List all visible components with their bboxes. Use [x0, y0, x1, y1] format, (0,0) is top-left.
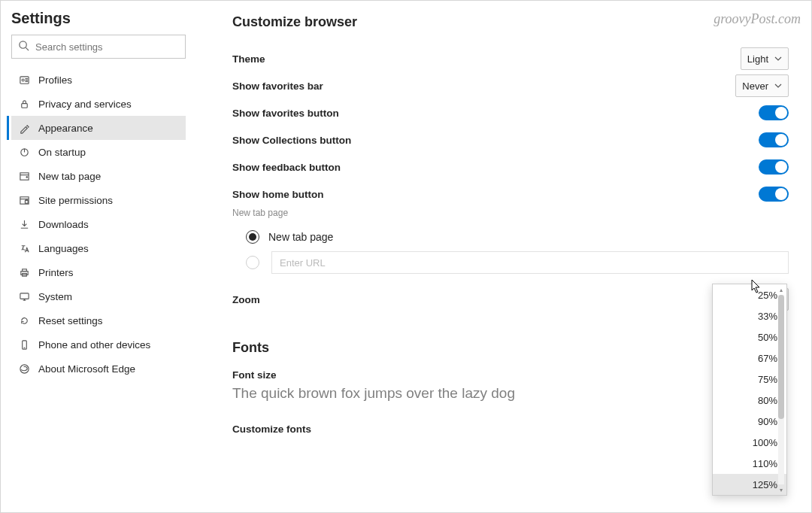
sidebar-item-about-microsoft-edge[interactable]: About Microsoft Edge — [11, 357, 186, 381]
scroll-up-arrow[interactable]: ▴ — [777, 286, 785, 293]
sidebar-item-label: Site permissions — [38, 195, 113, 206]
printer-icon — [17, 266, 31, 279]
svg-rect-15 — [22, 269, 26, 271]
permissions-icon — [17, 193, 31, 207]
sidebar-item-system[interactable]: System — [11, 284, 186, 308]
toggle-row-show-collections-button: Show Collections button — [232, 126, 789, 153]
sidebar-item-label: Downloads — [38, 219, 89, 230]
zoom-option[interactable]: 25% — [713, 284, 786, 305]
home-url-input[interactable]: Enter URL — [271, 251, 789, 274]
sidebar-item-label: Printers — [38, 267, 74, 278]
chevron-down-icon — [774, 55, 782, 62]
sidebar-item-reset-settings[interactable]: Reset settings — [11, 308, 186, 332]
zoom-option[interactable]: 50% — [713, 326, 786, 348]
scrollbar-thumb[interactable] — [778, 295, 784, 419]
toggle-row-show-favorites-button: Show favorites button — [232, 99, 789, 126]
radio-new-tab[interactable] — [246, 230, 259, 244]
sidebar: Settings ProfilesPrivacy and servicesApp… — [1, 1, 196, 512]
sidebar-item-label: Privacy and services — [38, 99, 132, 110]
customize-fonts-label: Customize fonts — [232, 423, 311, 435]
sidebar-item-label: Appearance — [38, 123, 93, 134]
customize-fonts-row[interactable]: Customize fonts — [232, 415, 789, 442]
sidebar-item-phone-and-other-devices[interactable]: Phone and other devices — [11, 332, 186, 357]
sidebar-item-label: Reset settings — [38, 315, 103, 326]
sidebar-item-label: About Microsoft Edge — [38, 363, 135, 375]
svg-rect-17 — [20, 293, 28, 299]
new-tab-icon — [17, 169, 31, 183]
theme-label: Theme — [232, 53, 265, 65]
sidebar-nav: ProfilesPrivacy and servicesAppearanceOn… — [11, 68, 186, 381]
zoom-option[interactable]: 125% — [713, 474, 786, 495]
system-icon — [17, 290, 31, 303]
theme-row: Theme Light — [232, 45, 789, 72]
home-button-sublabel: New tab page — [232, 208, 789, 218]
radio-url-row[interactable]: Enter URL — [246, 250, 789, 275]
favorites-bar-value: Never — [742, 80, 768, 92]
zoom-option[interactable]: 110% — [713, 453, 786, 474]
svg-point-3 — [22, 79, 24, 81]
favorites-bar-label: Show favorites bar — [232, 80, 323, 92]
home-button-toggle[interactable] — [759, 187, 789, 202]
fonts-title: Fonts — [232, 340, 789, 356]
zoom-option[interactable]: 75% — [713, 369, 786, 390]
settings-title: Settings — [11, 10, 186, 27]
sidebar-item-site-permissions[interactable]: Site permissions — [11, 188, 186, 212]
zoom-option[interactable]: 33% — [713, 305, 786, 326]
home-button-radio-group: New tab page Enter URL — [246, 224, 789, 275]
toggle-label: Show feedback button — [232, 162, 341, 173]
dropdown-scrollbar[interactable]: ▴ ▾ — [777, 286, 785, 493]
toggle-label: Show favorites button — [232, 108, 339, 119]
favorites-bar-select[interactable]: Never — [735, 74, 789, 97]
font-preview-text: The quick brown fox jumps over the lazy … — [232, 385, 789, 402]
sidebar-item-printers[interactable]: Printers — [11, 260, 186, 284]
zoom-option[interactable]: 90% — [713, 411, 786, 432]
chevron-down-icon — [774, 82, 782, 90]
edge-icon — [17, 362, 31, 375]
sidebar-item-privacy-and-services[interactable]: Privacy and services — [11, 92, 186, 116]
zoom-option[interactable]: 100% — [713, 432, 786, 453]
sidebar-item-languages[interactable]: Languages — [11, 236, 186, 260]
sidebar-item-label: New tab page — [38, 171, 101, 182]
svg-rect-4 — [21, 103, 27, 108]
scroll-down-arrow[interactable]: ▾ — [777, 486, 785, 493]
sidebar-item-profiles[interactable]: Profiles — [11, 68, 186, 92]
home-button-row: Show home button — [232, 181, 789, 208]
sidebar-item-appearance[interactable]: Appearance — [11, 116, 186, 140]
radio-new-tab-label: New tab page — [268, 231, 333, 243]
toggle-switch[interactable] — [759, 105, 789, 120]
sidebar-item-label: Languages — [38, 243, 89, 254]
sidebar-item-on-startup[interactable]: On startup — [11, 140, 186, 164]
phone-icon — [17, 338, 31, 351]
sidebar-item-label: System — [38, 291, 72, 302]
sidebar-item-downloads[interactable]: Downloads — [11, 212, 186, 236]
search-icon — [18, 40, 29, 53]
sidebar-item-new-tab-page[interactable]: New tab page — [11, 164, 186, 188]
zoom-row: Zoom 125% — [232, 286, 789, 313]
sidebar-item-label: Phone and other devices — [38, 339, 150, 351]
theme-value: Light — [747, 53, 768, 65]
radio-new-tab-row[interactable]: New tab page — [246, 224, 789, 250]
favorites-bar-row: Show favorites bar Never — [232, 72, 789, 99]
reset-icon — [17, 314, 31, 327]
search-input[interactable] — [35, 41, 179, 53]
zoom-label: Zoom — [232, 294, 260, 305]
radio-url[interactable] — [246, 256, 259, 269]
sidebar-item-label: Profiles — [38, 74, 72, 86]
download-icon — [17, 217, 31, 231]
zoom-option[interactable]: 67% — [713, 348, 786, 369]
lock-icon — [17, 97, 31, 111]
home-button-label: Show home button — [232, 189, 323, 200]
power-icon — [17, 145, 31, 159]
search-settings[interactable] — [11, 35, 186, 59]
appearance-icon — [17, 121, 31, 135]
zoom-option[interactable]: 80% — [713, 390, 786, 411]
toggle-switch[interactable] — [759, 132, 789, 147]
zoom-dropdown[interactable]: 25%33%50%67%75%80%90%100%110%125% ▴ ▾ — [712, 284, 787, 496]
theme-select[interactable]: Light — [741, 47, 789, 70]
profile-icon — [17, 73, 31, 87]
svg-point-0 — [20, 41, 26, 48]
svg-line-1 — [26, 47, 29, 50]
font-size-label: Font size — [232, 369, 789, 381]
toggle-switch[interactable] — [759, 159, 789, 175]
svg-rect-7 — [20, 172, 28, 179]
